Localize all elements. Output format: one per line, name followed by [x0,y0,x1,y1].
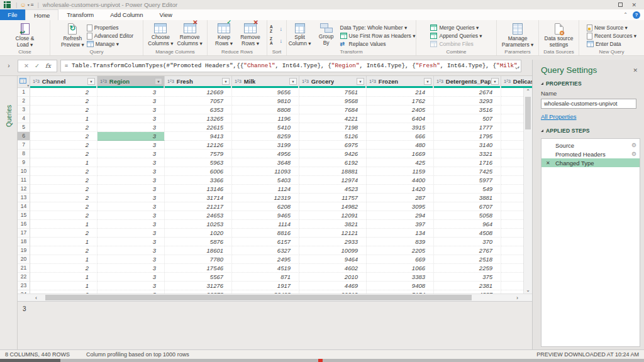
cell[interactable]: 2674 [434,88,501,97]
cell[interactable]: 214 [367,88,434,97]
cell[interactable]: 24653 [165,211,232,220]
cell[interactable]: 8259 [232,132,299,141]
remove-rows-button[interactable]: ✕ Remove Rows ▾ [238,22,263,47]
filter-dropdown-icon[interactable]: ▼ [289,78,297,85]
cell[interactable]: 3 [97,88,165,97]
cell[interactable]: 6006 [165,167,232,176]
cell[interactable]: 2381 [434,282,501,290]
row-number[interactable]: 4 [18,114,30,123]
cell[interactable]: 2 [30,194,97,202]
tab-file[interactable]: File [0,9,25,20]
cell[interactable]: 1 [30,238,97,246]
horizontal-scrollbar-thumb[interactable] [45,295,472,300]
cell[interactable]: 6707 [434,202,501,211]
cell[interactable]: 871 [232,273,299,282]
tab-add-column[interactable]: Add Column [102,9,151,20]
cell[interactable]: 3 [97,220,165,229]
cell[interactable]: 7579 [165,150,232,158]
cell[interactable]: 2933 [299,238,367,246]
applied-step-source[interactable]: Source ⚙ [541,141,640,150]
split-column-button[interactable]: Split Column ▾ [287,22,313,47]
cell[interactable]: 2 [30,176,97,185]
cell[interactable]: 3095 [367,202,434,211]
cell[interactable]: 2 [30,97,97,106]
cell[interactable]: 2 [30,150,97,158]
column-header-detergents_paper[interactable]: 1²3Detergents_Paper▼ [434,76,501,88]
column-header-frozen[interactable]: 1²3Frozen▼ [367,76,434,88]
manage-parameters-button[interactable]: Manage Parameters ▾ [501,22,535,48]
tab-home[interactable]: Home [25,9,58,20]
help-icon[interactable]: ? [633,11,640,19]
cell[interactable]: 3 [97,211,165,220]
recent-sources-button[interactable]: Recent Sources ▾ [587,32,636,40]
cell[interactable]: 1777 [434,123,501,132]
cell[interactable]: 964 [434,220,501,229]
row-number[interactable]: 11 [18,176,30,185]
cell[interactable]: 1196 [232,114,299,123]
choose-columns-button[interactable]: Choose Columns ▾ [147,22,174,47]
formula-input[interactable]: = Table.TransformColumnTypes(#"Promoted … [60,60,521,72]
cell[interactable]: 10099 [299,246,367,255]
row-number[interactable]: 1 [18,88,30,97]
cell[interactable]: 1 [30,114,97,123]
video-scrubber-bar[interactable] [0,359,644,362]
cell[interactable]: 3 [97,202,165,211]
cell[interactable]: 287 [367,194,434,202]
row-number[interactable]: 17 [18,229,30,238]
cell[interactable]: 2 [30,202,97,211]
column-header-fresh[interactable]: 1²3Fresh▼ [165,76,232,88]
cell[interactable]: 3 [97,264,165,273]
cell[interactable]: 3 [97,185,165,194]
cell[interactable]: 3 [97,97,165,106]
filter-dropdown-icon[interactable]: ▼ [491,78,499,85]
cell[interactable]: 6327 [232,246,299,255]
cell[interactable]: 1420 [367,185,434,194]
cell[interactable]: 4956 [232,150,299,158]
cell[interactable]: 12319 [232,194,299,202]
column-header-delicassen[interactable]: 1²3Delicassen▼ [501,76,532,88]
cell[interactable]: 2767 [434,246,501,255]
cell[interactable]: 5410 [232,123,299,132]
whole-number-type-icon[interactable]: 1²3 [302,79,309,84]
filter-dropdown-icon[interactable]: ▼ [222,78,230,85]
filter-dropdown-icon[interactable]: ▼ [155,78,162,85]
applied-steps-section-header[interactable]: APPLIED STEPS [541,128,640,134]
cell[interactable]: 507 [434,114,501,123]
row-number[interactable]: 22 [18,273,30,282]
cell[interactable]: 6192 [299,158,367,167]
row-number[interactable]: 10 [18,167,30,176]
cell[interactable]: 7198 [299,123,367,132]
status-profiling[interactable]: Column profiling based on top 1000 rows [86,351,189,358]
filter-dropdown-icon[interactable]: ▼ [424,78,431,85]
cell[interactable]: 3366 [165,176,232,185]
cell[interactable]: 3 [97,132,165,141]
cell[interactable]: 3 [97,255,165,264]
cell[interactable]: 2 [30,229,97,238]
row-number[interactable]: 15 [18,211,30,220]
cell[interactable]: 4508 [434,229,501,238]
cell[interactable]: 14982 [299,202,367,211]
cell[interactable]: 3199 [232,141,299,150]
cell[interactable]: 5876 [165,238,232,246]
filter-dropdown-icon[interactable]: ▼ [357,78,364,85]
row-number[interactable]: 6 [18,132,30,141]
horizontal-scrollbar[interactable]: ‹ › [18,293,532,301]
cell[interactable]: 2 [30,211,97,220]
cell[interactable]: 5963 [165,158,232,167]
remove-columns-button[interactable]: ✕ Remove Columns ▾ [176,22,204,47]
cell[interactable]: 375 [434,273,501,282]
restore-window-icon[interactable] [618,3,623,7]
cell[interactable]: 4523 [299,185,367,194]
query-name-input[interactable] [541,99,636,109]
row-number[interactable]: 9 [18,158,30,167]
cell[interactable]: 1114 [232,220,299,229]
cell[interactable]: 17546 [165,264,232,273]
cell[interactable]: 480 [367,141,434,150]
cell[interactable]: 1 [30,273,97,282]
cell[interactable]: 3881 [434,194,501,202]
merge-queries-button[interactable]: Merge Queries ▾ [430,24,482,31]
scroll-down-icon[interactable]: ⌄ [524,287,532,293]
cell[interactable]: 5403 [232,176,299,185]
feedback-smiley-icon[interactable]: ☺ [19,2,26,8]
enter-data-button[interactable]: Enter Data [587,40,636,48]
